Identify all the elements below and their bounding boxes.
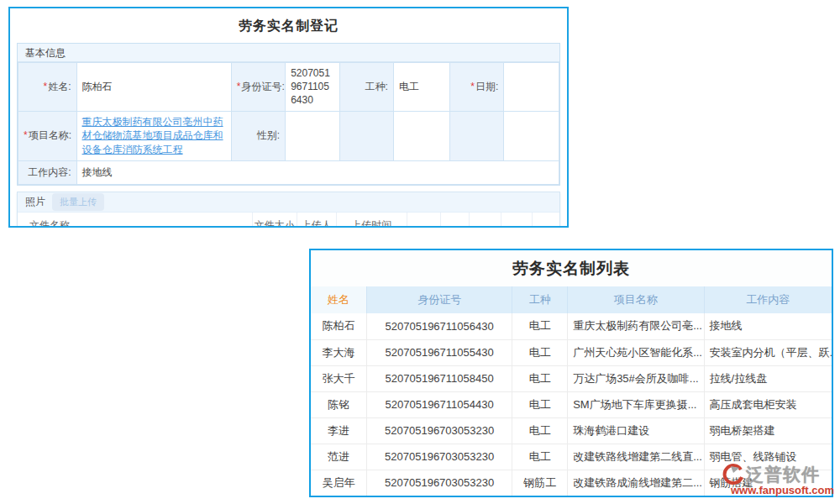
cell-project-link[interactable]: 改建铁路线增建第二线直... — [568, 444, 704, 470]
cell-name[interactable]: 范进 — [311, 444, 366, 470]
cell-project-link[interactable]: 广州天心苑小区智能化系... — [568, 339, 704, 365]
registration-panel: 劳务实名制登记 基本信息 *姓名: 陈柏石 *身份证号: 52070519671… — [8, 7, 569, 228]
basic-info-section: 基本信息 *姓名: 陈柏石 *身份证号: 520705196711056430 … — [17, 43, 560, 186]
cell-work-content: 高压成套电柜安装 — [704, 391, 832, 417]
empty-column-header — [441, 213, 470, 228]
cell-name[interactable]: 陈铭 — [311, 391, 366, 417]
batch-upload-button[interactable]: 批量上传 — [52, 193, 104, 211]
date-label: *日期: — [449, 63, 503, 112]
list-panel-title: 劳务实名制列表 — [311, 250, 832, 286]
work-content-field[interactable]: 接地线 — [76, 160, 559, 184]
cell-id-number: 520705196711054430 — [366, 391, 512, 417]
empty-label-cell — [339, 111, 393, 160]
cell-name[interactable]: 张大千 — [311, 365, 366, 391]
project-name-link[interactable]: 重庆太极制药有限公司亳州中药材仓储物流基地项目成品仓库和设备仓库消防系统工程 — [82, 116, 223, 156]
cell-project-link[interactable]: SM广场地下车库更换摄... — [568, 391, 704, 417]
id-number-label: *身份证号: — [231, 63, 285, 112]
cell-name[interactable]: 吴启年 — [311, 470, 366, 496]
cell-work-type: 电工 — [512, 339, 568, 365]
date-field[interactable] — [504, 63, 559, 112]
cell-id-number: 520705196703053230 — [366, 417, 512, 444]
column-header-id-number[interactable]: 身份证号 — [366, 286, 512, 313]
id-number-field[interactable]: 520705196711056430 — [286, 63, 339, 112]
list-panel: 劳务实名制列表 姓名 身份证号 工种 项目名称 工作内容 陈柏石 5207051… — [309, 249, 833, 497]
project-name-label: *项目名称: — [18, 111, 77, 160]
required-asterisk: * — [24, 129, 28, 141]
file-table: 文件名称 文件大小 上传人 上传时间 — [18, 213, 559, 228]
basic-info-section-title: 基本信息 — [18, 44, 559, 62]
cell-work-type: 钢筋工 — [512, 470, 568, 496]
required-asterisk: * — [470, 81, 475, 92]
file-name-column-header: 文件名称 — [18, 213, 252, 228]
cell-work-content: 钢筋搭建 — [704, 470, 832, 496]
table-header-row: 姓名 身份证号 工种 项目名称 工作内容 — [311, 286, 832, 313]
gender-label: 性别: — [231, 111, 285, 160]
cell-name[interactable]: 李大海 — [311, 339, 366, 365]
required-asterisk: * — [237, 81, 241, 92]
file-size-column-header: 文件大小 — [252, 213, 297, 228]
cell-project-link[interactable]: 万达广场35#会所及咖啡... — [568, 365, 704, 391]
labor-list-table: 姓名 身份证号 工种 项目名称 工作内容 陈柏石 520705196711056… — [311, 286, 832, 496]
basic-info-grid: *姓名: 陈柏石 *身份证号: 520705196711056430 工种: 电… — [18, 62, 559, 185]
work-type-label: 工种: — [339, 63, 393, 112]
name-field[interactable]: 陈柏石 — [76, 63, 231, 112]
cell-work-type: 电工 — [512, 417, 568, 444]
column-header-work-type[interactable]: 工种 — [512, 286, 568, 313]
cell-id-number: 520705196711058450 — [366, 365, 512, 391]
cell-work-type: 电工 — [512, 444, 568, 470]
cell-project-link[interactable]: 改建铁路成渝线增建第二... — [568, 470, 704, 496]
cell-work-type: 电工 — [512, 313, 568, 339]
empty-value-cell — [393, 111, 449, 160]
empty-column-header — [407, 213, 441, 228]
cell-name[interactable]: 陈柏石 — [311, 313, 366, 339]
table-row: 范进 520705196703053230 电工 改建铁路线增建第二线直... … — [311, 444, 832, 470]
project-name-field: 重庆太极制药有限公司亳州中药材仓储物流基地项目成品仓库和设备仓库消防系统工程 — [76, 111, 231, 160]
cell-project-link[interactable]: 珠海鹤港口建设 — [568, 417, 704, 444]
cell-work-type: 电工 — [512, 365, 568, 391]
cell-work-type: 电工 — [512, 391, 568, 417]
cell-id-number: 520705196711055430 — [366, 339, 512, 365]
required-asterisk: * — [44, 81, 48, 92]
empty-column-header — [533, 213, 559, 228]
cell-id-number: 520705196703053230 — [366, 470, 512, 496]
cell-work-content: 弱电管、线路铺设 — [704, 444, 832, 470]
cell-work-content: 拉线/拉线盘 — [704, 365, 832, 391]
table-row: 李大海 520705196711055430 电工 广州天心苑小区智能化系...… — [311, 339, 832, 365]
cell-name[interactable]: 李进 — [311, 417, 366, 444]
cell-id-number: 520705196703053230 — [366, 444, 512, 470]
photo-tab[interactable]: 照片 — [25, 195, 45, 209]
empty-column-header — [470, 213, 501, 228]
cell-work-content: 安装室内分机（平层、跃... — [704, 339, 832, 365]
column-header-name[interactable]: 姓名 — [311, 286, 366, 313]
registration-panel-title: 劳务实名制登记 — [10, 8, 567, 43]
column-header-project[interactable]: 项目名称 — [568, 286, 704, 313]
cell-work-content: 接地线 — [704, 313, 832, 339]
table-row: 陈铭 520705196711054430 电工 SM广场地下车库更换摄... … — [311, 391, 832, 417]
photo-section-header: 照片 批量上传 — [18, 192, 559, 213]
table-row: 吴启年 520705196703053230 钢筋工 改建铁路成渝线增建第二..… — [311, 470, 832, 496]
empty-column-header — [501, 213, 533, 228]
cell-work-content: 弱电桥架搭建 — [704, 417, 832, 444]
work-type-field[interactable]: 电工 — [393, 63, 449, 112]
upload-time-column-header: 上传时间 — [336, 213, 407, 228]
photo-upload-section: 照片 批量上传 文件名称 文件大小 上传人 上传时间 — [17, 192, 560, 228]
table-row: 张大千 520705196711058450 电工 万达广场35#会所及咖啡..… — [311, 365, 832, 391]
cell-project-link[interactable]: 重庆太极制药有限公司亳... — [568, 313, 704, 339]
empty-label-cell — [449, 111, 503, 160]
gender-field[interactable] — [286, 111, 339, 160]
column-header-content[interactable]: 工作内容 — [704, 286, 832, 313]
uploader-column-header: 上传人 — [297, 213, 336, 228]
work-content-label: 工作内容: — [18, 160, 77, 184]
table-row: 李进 520705196703053230 电工 珠海鹤港口建设 弱电桥架搭建 — [311, 417, 832, 444]
empty-value-cell — [504, 111, 559, 160]
cell-id-number: 520705196711056430 — [366, 313, 512, 339]
name-label: *姓名: — [18, 63, 77, 112]
table-row: 陈柏石 520705196711056430 电工 重庆太极制药有限公司亳...… — [311, 313, 832, 339]
